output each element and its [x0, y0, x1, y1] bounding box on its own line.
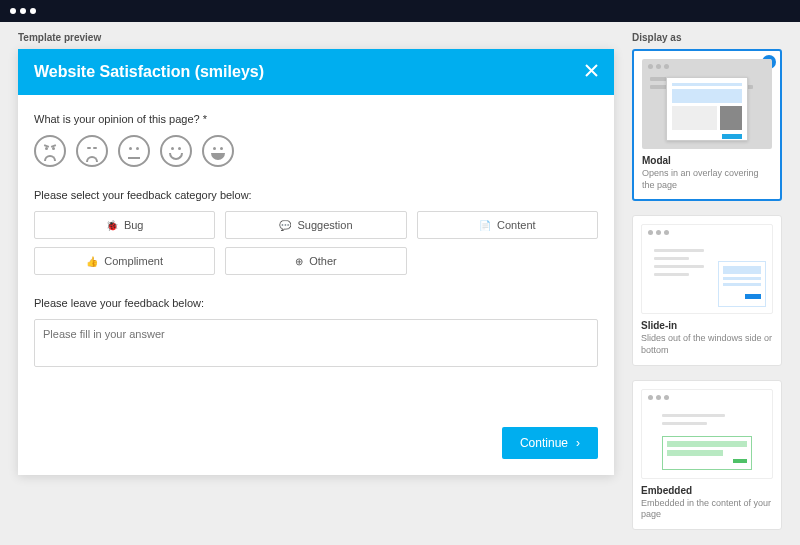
display-option-desc: Opens in an overlay covering the page	[642, 168, 772, 191]
window-dot-icon	[10, 8, 16, 14]
close-icon[interactable]	[585, 63, 598, 81]
question-opinion-label: What is your opinion of this page? *	[34, 113, 598, 125]
smiley-rating-group	[34, 135, 598, 167]
smiley-happy[interactable]	[160, 135, 192, 167]
display-option-modal[interactable]: ✓ Modal Opens in an overlay covering the…	[632, 49, 782, 201]
category-label: Compliment	[104, 255, 163, 267]
category-other-button[interactable]: ⊕Other	[225, 247, 406, 275]
plus-circle-icon: ⊕	[295, 256, 303, 267]
display-option-title: Modal	[642, 155, 772, 166]
smiley-angry[interactable]	[34, 135, 66, 167]
window-dot-icon	[30, 8, 36, 14]
preview-title: Website Satisfaction (smileys)	[34, 63, 264, 81]
window-dot-icon	[20, 8, 26, 14]
modal-thumbnail	[642, 59, 772, 149]
continue-button[interactable]: Continue ›	[502, 427, 598, 459]
feedback-textarea[interactable]	[34, 319, 598, 367]
display-option-title: Slide-in	[641, 320, 773, 331]
chat-icon: 💬	[279, 220, 291, 231]
bug-icon: 🐞	[106, 220, 118, 231]
category-content-button[interactable]: 📄Content	[417, 211, 598, 239]
chevron-right-icon: ›	[576, 436, 580, 450]
continue-label: Continue	[520, 436, 568, 450]
document-icon: 📄	[479, 220, 491, 231]
question-feedback-label: Please leave your feedback below:	[34, 297, 598, 309]
window-titlebar	[0, 0, 800, 22]
category-suggestion-button[interactable]: 💬Suggestion	[225, 211, 406, 239]
display-option-title: Embedded	[641, 485, 773, 496]
smiley-neutral[interactable]	[118, 135, 150, 167]
display-as-label: Display as	[632, 32, 782, 43]
display-option-desc: Embedded in the content of your page	[641, 498, 773, 521]
category-label: Other	[309, 255, 337, 267]
category-label: Content	[497, 219, 536, 231]
category-bug-button[interactable]: 🐞Bug	[34, 211, 215, 239]
smiley-sad[interactable]	[76, 135, 108, 167]
display-option-embedded[interactable]: Embedded Embedded in the content of your…	[632, 380, 782, 530]
question-category-label: Please select your feedback category bel…	[34, 189, 598, 201]
embedded-thumbnail	[641, 389, 773, 479]
thumbs-up-icon: 👍	[86, 256, 98, 267]
template-preview-label: Template preview	[18, 32, 614, 43]
template-preview-card: Website Satisfaction (smileys) What is y…	[18, 49, 614, 475]
smiley-very-happy[interactable]	[202, 135, 234, 167]
category-label: Bug	[124, 219, 144, 231]
category-label: Suggestion	[297, 219, 352, 231]
slidein-thumbnail	[641, 224, 773, 314]
category-compliment-button[interactable]: 👍Compliment	[34, 247, 215, 275]
display-option-slidein[interactable]: Slide-in Slides out of the windows side …	[632, 215, 782, 365]
display-option-desc: Slides out of the windows side or bottom	[641, 333, 773, 356]
preview-header: Website Satisfaction (smileys)	[18, 49, 614, 95]
